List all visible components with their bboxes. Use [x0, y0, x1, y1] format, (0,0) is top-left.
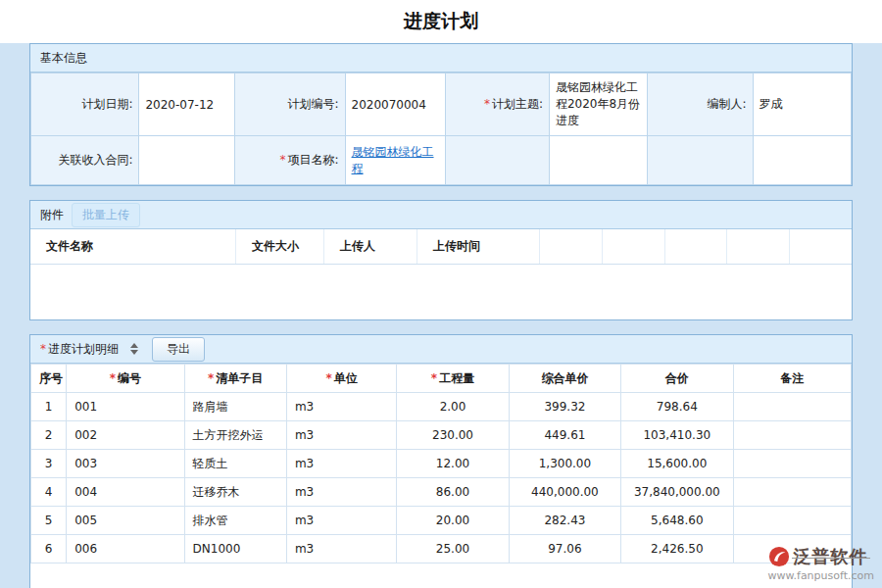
table-cell: 004 — [67, 478, 184, 507]
col-uploader: 上传人 — [324, 229, 417, 264]
table-row[interactable]: 1001路肩墙m32.00399.32798.64 — [31, 393, 852, 421]
export-button[interactable]: 导出 — [152, 337, 205, 362]
empty-label-cell — [648, 136, 753, 185]
col-seq: 序号 — [31, 365, 67, 393]
attachment-empty-column — [665, 229, 728, 264]
page-header: 进度计划 — [0, 0, 882, 43]
plan-no-label: 计划编号: — [234, 74, 345, 136]
table-cell: 排水管 — [184, 507, 286, 535]
attachment-empty-column — [727, 229, 790, 264]
basic-info-title: 基本信息 — [40, 50, 87, 67]
required-marker: * — [431, 371, 437, 385]
table-cell: 002 — [67, 421, 184, 450]
col-code: *编号 — [67, 365, 184, 393]
sort-up-icon — [130, 343, 138, 348]
table-cell: m3 — [286, 478, 396, 507]
table-cell: 006 — [67, 535, 184, 564]
table-cell: 86.00 — [397, 478, 509, 507]
col-file-size: 文件大小 — [236, 229, 324, 264]
project-link[interactable]: 晟铭园林绿化工程 — [352, 145, 434, 175]
table-cell: 282.43 — [509, 507, 620, 535]
table-cell — [733, 450, 851, 478]
table-cell: 001 — [67, 393, 184, 421]
empty-value-cell — [549, 136, 647, 185]
table-cell: 路肩墙 — [184, 393, 286, 421]
col-file-name: 文件名称 — [30, 229, 236, 264]
sort-toggle-icon[interactable] — [130, 343, 138, 355]
table-cell: 轻质土 — [184, 450, 286, 478]
table-cell: 迁移乔木 — [184, 478, 286, 507]
table-cell — [733, 393, 851, 421]
table-cell: 37,840,000.00 — [621, 478, 733, 507]
table-cell: 25.00 — [397, 535, 509, 564]
plan-date-label: 计划日期: — [31, 74, 139, 136]
table-cell: 103,410.30 — [621, 421, 733, 450]
plan-no-value: 2020070004 — [345, 74, 445, 136]
table-cell: 4 — [31, 478, 67, 507]
attachments-title: 附件 — [40, 207, 64, 223]
table-row[interactable]: 3003轻质土m312.001,300.0015,600.00 — [31, 450, 852, 478]
table-cell: 449.61 — [509, 421, 620, 450]
brand-name: 泛普软件 — [794, 545, 868, 568]
batch-upload-button[interactable]: 批量上传 — [72, 203, 140, 227]
table-cell: DN1000 — [184, 535, 286, 564]
table-cell: 2 — [31, 421, 67, 450]
table-cell: 5 — [31, 507, 67, 535]
basic-info-table: 计划日期: 2020-07-12 计划编号: 2020070004 *计划主题:… — [30, 73, 852, 185]
table-row[interactable]: 5005排水管m320.00282.435,648.60 — [31, 507, 852, 535]
brand-watermark: 泛普软件 www.fanpusoft.com — [768, 545, 874, 582]
detail-panel: *进度计划明细 导出 序号 *编号 *清单子目 *单位 *工程量 综合单价 合价… — [29, 334, 853, 588]
table-cell: 5,648.60 — [621, 507, 733, 535]
plan-subject-value: 晟铭园林绿化工程2020年8月份进度 — [549, 74, 647, 136]
sort-down-icon — [130, 350, 138, 355]
project-value-cell: 晟铭园林绿化工程 — [345, 136, 445, 185]
table-cell: 15,600.00 — [621, 450, 733, 478]
detail-title: *进度计划明细 — [40, 341, 119, 358]
table-cell: m3 — [286, 535, 396, 564]
table-cell: 005 — [67, 507, 184, 535]
table-cell: 12.00 — [397, 450, 509, 478]
empty-label-cell — [445, 136, 549, 185]
attachments-header: 附件 批量上传 — [30, 201, 852, 229]
table-cell: 399.32 — [509, 393, 620, 421]
author-label: 编制人: — [648, 74, 753, 136]
attachment-empty-column — [540, 229, 603, 264]
table-cell: m3 — [286, 393, 396, 421]
table-cell: m3 — [286, 421, 396, 450]
table-row[interactable]: 6006DN1000m325.0097.062,426.50 — [31, 535, 852, 564]
contract-value — [139, 136, 234, 185]
table-cell — [733, 507, 851, 535]
basic-info-header: 基本信息 — [30, 44, 852, 73]
table-cell: 003 — [67, 450, 184, 478]
attachments-empty-body — [30, 265, 852, 319]
table-cell — [733, 478, 851, 507]
col-upload-time: 上传时间 — [417, 229, 540, 264]
attachment-empty-column — [603, 229, 665, 264]
required-marker: * — [325, 371, 331, 385]
table-cell: 6 — [31, 535, 67, 564]
col-quantity: *工程量 — [397, 365, 509, 393]
attachments-panel: 附件 批量上传 文件名称 文件大小 上传人 上传时间 — [29, 200, 853, 320]
table-row[interactable]: 4004迁移乔木m386.00440,000.0037,840,000.00 — [31, 478, 852, 507]
col-unit: *单位 — [286, 365, 396, 393]
brand-url: www.fanpusoft.com — [768, 569, 874, 582]
table-cell: 3 — [31, 450, 67, 478]
table-row[interactable]: 2002土方开挖外运m3230.00449.61103,410.30 — [31, 421, 852, 450]
plan-date-value: 2020-07-12 — [139, 74, 234, 136]
col-remark: 备注 — [733, 365, 851, 393]
project-label: *项目名称: — [234, 136, 345, 185]
table-cell: m3 — [286, 507, 396, 535]
table-cell: 土方开挖外运 — [184, 421, 286, 450]
detail-header: *进度计划明细 导出 — [30, 335, 852, 364]
table-cell: 97.06 — [509, 535, 620, 564]
table-cell: 798.64 — [621, 393, 733, 421]
detail-table-header-row: 序号 *编号 *清单子目 *单位 *工程量 综合单价 合价 备注 — [31, 365, 852, 393]
brand-line — [792, 558, 870, 559]
detail-table: 序号 *编号 *清单子目 *单位 *工程量 综合单价 合价 备注 1001路肩墙… — [30, 364, 852, 564]
empty-value-cell — [753, 136, 852, 185]
basic-info-panel: 基本信息 计划日期: 2020-07-12 计划编号: 2020070004 *… — [29, 43, 853, 186]
required-marker: * — [208, 371, 214, 385]
contract-label: 关联收入合同: — [31, 136, 139, 185]
attachment-empty-column — [790, 229, 852, 264]
page-title: 进度计划 — [404, 9, 478, 34]
